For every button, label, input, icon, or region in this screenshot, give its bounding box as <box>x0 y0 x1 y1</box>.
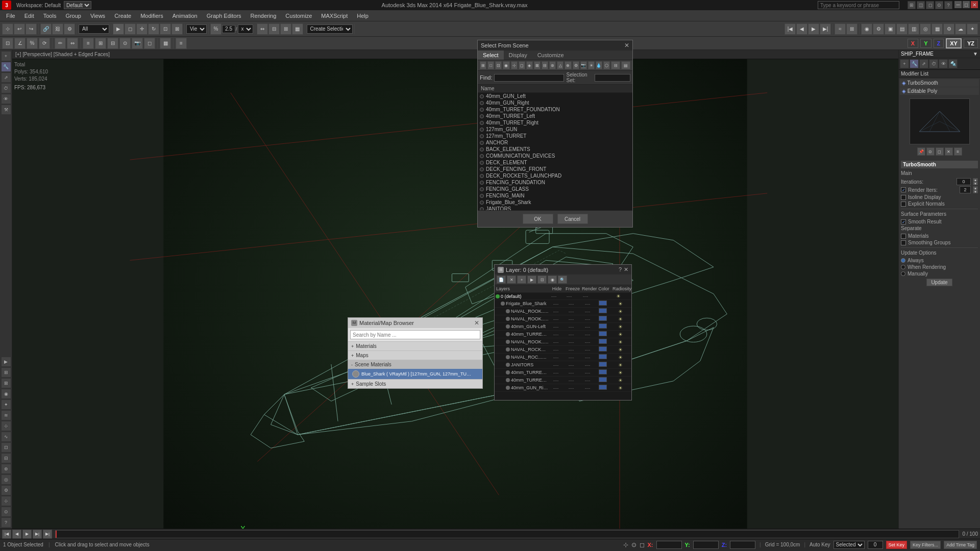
filter-button-10[interactable]: 📷 <box>580 61 587 69</box>
when-rendering-radio[interactable] <box>901 265 905 269</box>
menu-tools[interactable]: Tools <box>39 12 61 20</box>
ribbon-toggle[interactable]: ≡ <box>176 38 187 49</box>
move-button[interactable]: ✛ <box>136 23 148 35</box>
axis-yz-button[interactable]: YZ <box>964 39 978 48</box>
layer-list-item[interactable]: JANITORS ---- ---- ---- ☀ <box>495 361 631 369</box>
minimize-button[interactable]: ─ <box>954 1 962 8</box>
menu-customize[interactable]: Customize <box>281 12 316 20</box>
align-button[interactable]: ⊟ <box>268 23 280 35</box>
expand-icon[interactable]: ▼ <box>973 51 978 57</box>
frame-number-input[interactable] <box>868 541 883 549</box>
layer-dialog-close-button[interactable]: ✕ <box>624 266 628 273</box>
render-effects-button[interactable]: ✦ <box>967 23 978 35</box>
search-input[interactable] <box>818 1 899 9</box>
scene-list-item[interactable]: DECK_ROCKETS_LAUNCHPAD <box>478 172 632 179</box>
tool-5[interactable]: ✦ <box>1 399 11 410</box>
tool-14[interactable]: ⊹ <box>1 496 11 506</box>
layer-list-item[interactable]: 0 (default) ---- ---- ---- ☀ <box>495 293 631 300</box>
set-key-button[interactable]: Set Key <box>886 541 908 549</box>
scene-list-item[interactable]: 40mm_GUN_Right <box>478 99 632 106</box>
viewport-canvas[interactable]: Total Polys: 354,610 Verts: 185,024 FPS:… <box>12 59 898 529</box>
pin-stack-button[interactable]: 📌 <box>917 147 925 156</box>
scene-list-item[interactable]: FENCING_FOUNDATION <box>478 179 632 186</box>
angle-snap-toggle[interactable]: ∠ <box>14 38 26 49</box>
scene-list-item[interactable]: 40mm_TURRET_Right <box>478 119 632 126</box>
maximize-button[interactable]: □ <box>963 1 970 8</box>
filter-button-2[interactable]: ◻ <box>519 61 525 69</box>
iter-down-button[interactable]: ▼ <box>973 182 978 185</box>
x-coord-input[interactable] <box>656 541 682 549</box>
filter-button-9[interactable]: ⚙ <box>573 61 579 69</box>
tool-3[interactable]: ⊠ <box>1 378 11 388</box>
tool-12[interactable]: ◎ <box>1 474 11 485</box>
selection-dropdown[interactable]: Create Selection... <box>307 24 353 34</box>
render-env-button[interactable]: ☁ <box>955 23 966 35</box>
mat-browser-title-bar[interactable]: M Material/Map Browser ✕ <box>348 318 482 328</box>
material-editor-button[interactable]: ◉ <box>861 23 872 35</box>
layer-list-item[interactable]: 40mm_GUN-Left ---- ---- ---- ☀ <box>495 323 631 331</box>
riter-down-button[interactable]: ▼ <box>973 190 978 193</box>
materials-checkbox[interactable] <box>901 234 906 239</box>
layer-list-item[interactable]: 40mm_TURRET_Righ ---- ---- ---- ☀ <box>495 331 631 338</box>
play-button-main[interactable]: ▶ <box>22 530 32 539</box>
modify-icon[interactable]: 🔧 <box>910 59 919 68</box>
menu-edit[interactable]: Edit <box>20 12 38 20</box>
select-by-color-button[interactable]: ◉ <box>503 61 509 69</box>
layer-list-item[interactable]: NAVAL_ROC...FOU ---- ---- ---- ☀ <box>495 354 631 361</box>
ok-button[interactable]: OK <box>523 214 553 224</box>
iterations-input[interactable] <box>957 178 971 185</box>
select-all-button[interactable]: ⊞ <box>480 61 486 69</box>
menu-views[interactable]: Views <box>86 12 109 20</box>
axis-y-button[interactable]: Y <box>920 39 931 48</box>
add-to-layer-button[interactable]: + <box>517 276 526 284</box>
filter-dropdown[interactable]: All <box>79 24 109 34</box>
tool-11[interactable]: ⊛ <box>1 464 11 474</box>
toolbar-icon[interactable]: ⊞ <box>908 1 916 9</box>
modifier-turbosmooth[interactable]: ◈ TurboSmooth <box>900 79 979 87</box>
key-filters-button[interactable]: Key Filters... <box>910 541 941 549</box>
axis-x-button[interactable]: X <box>908 39 918 48</box>
configure-modifier-sets-button[interactable]: ≡ <box>954 147 962 156</box>
display-sub-button[interactable]: ▤ <box>621 61 630 69</box>
utility-icon[interactable]: 🔩 <box>948 59 958 68</box>
maps-section[interactable]: + Maps <box>348 350 482 360</box>
select-tab-display[interactable]: Display <box>504 51 532 60</box>
normal-align[interactable]: ⊟ <box>107 38 118 49</box>
layer-manager[interactable]: ▦ <box>160 38 171 49</box>
menu-create[interactable]: Create <box>110 12 135 20</box>
spinner-snap-toggle[interactable]: ⟳ <box>39 38 50 49</box>
sort-button[interactable]: ⊟ <box>611 61 620 69</box>
play-button[interactable]: ▶ <box>808 23 819 35</box>
next-frame-button[interactable]: ▶| <box>33 530 42 539</box>
render-setup-button[interactable]: ⚙ <box>873 23 884 35</box>
filter-button-7[interactable]: △ <box>557 61 564 69</box>
axis-z-button[interactable]: Z <box>934 39 944 48</box>
prev-frame-button[interactable]: ◀ <box>12 530 21 539</box>
select-object-button[interactable]: ⊹ <box>2 23 13 35</box>
tool-10[interactable]: ⊟ <box>1 453 11 463</box>
find-input[interactable] <box>494 74 564 82</box>
scene-list-item[interactable]: DECK_ELEMENT <box>478 159 632 166</box>
toolbar-icon[interactable]: ⊙ <box>935 1 943 9</box>
render-settings-button[interactable]: ⚙ <box>943 23 954 35</box>
filter-button-12[interactable]: 💧 <box>596 61 602 69</box>
new-layer-button[interactable]: 📄 <box>497 276 506 284</box>
select-button[interactable]: ▶ <box>113 23 124 35</box>
redo-button[interactable]: ↪ <box>26 23 37 35</box>
scene-list-item[interactable]: FENCING_GLASS <box>478 186 632 192</box>
media-output-button[interactable]: ▥ <box>908 23 919 35</box>
percent-value[interactable] <box>222 25 235 33</box>
find-layer-button[interactable]: 🔍 <box>558 276 567 284</box>
select-tab-customize[interactable]: Customize <box>532 51 569 60</box>
scene-list-item[interactable]: DECK_FENCING_FRONT <box>478 166 632 172</box>
layer-list-item[interactable]: NAVAL_ROOK...NO- ---- ---- ---- ☀ <box>495 315 631 323</box>
tool-15[interactable]: ⊙ <box>1 507 11 517</box>
mat-search-input[interactable] <box>350 330 480 339</box>
layer-list-item[interactable]: 40mm_GUN_Right ---- ---- ---- ☀ <box>495 384 631 392</box>
add-time-tag-button[interactable]: Add Time Tag <box>944 541 977 549</box>
scene-material-item[interactable]: Blue_Shark ( VRayMtl ) [127mm_GUN, 127mm… <box>348 369 482 379</box>
scene-list-item[interactable]: FENCING_MAIN <box>478 192 632 199</box>
axis-xy-button[interactable]: XY <box>946 38 962 48</box>
percent-snap-toggle[interactable]: % <box>27 38 38 49</box>
layer-dialog-title-bar[interactable]: ⊞ Layer: 0 (default) ? ✕ <box>495 265 631 274</box>
